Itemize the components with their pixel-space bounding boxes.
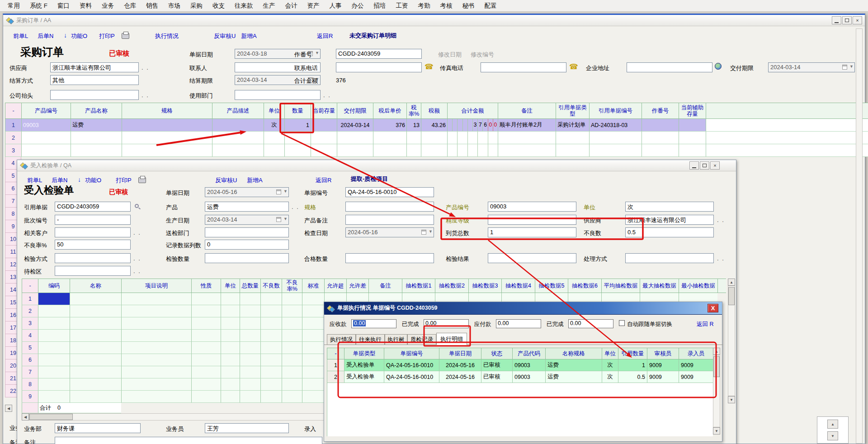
- qa-cell[interactable]: [260, 317, 282, 330]
- menu-item[interactable]: 采购: [185, 2, 208, 10]
- menu-item[interactable]: 资料: [75, 2, 97, 10]
- menu-item[interactable]: 常用: [3, 2, 25, 10]
- exec-cell[interactable]: QA-24-05-16-0010: [384, 371, 439, 383]
- qa-product-note-field[interactable]: [345, 215, 434, 225]
- qa-cell[interactable]: [240, 354, 260, 366]
- qa-cell[interactable]: [221, 317, 240, 330]
- qa-cell[interactable]: [302, 330, 324, 342]
- qa-cell[interactable]: [38, 366, 70, 378]
- qa-cell[interactable]: 9: [22, 391, 38, 403]
- qa-unapprove-button[interactable]: 反审核U: [215, 176, 237, 184]
- search-icon[interactable]: [135, 204, 139, 208]
- qa-cell[interactable]: [70, 354, 121, 366]
- qa-cell[interactable]: [240, 366, 260, 378]
- chevron-down-icon[interactable]: ▼: [283, 217, 288, 221]
- close-icon[interactable]: ×: [853, 16, 862, 24]
- po-cell[interactable]: [337, 132, 373, 144]
- qa-cell[interactable]: [240, 378, 260, 391]
- exec-vertical-scrollbar[interactable]: [713, 355, 720, 427]
- exec-cell[interactable]: 9009: [679, 359, 713, 371]
- qa-footer-person-field[interactable]: 王芳: [205, 423, 289, 433]
- po-cell[interactable]: [679, 132, 706, 144]
- menu-item[interactable]: 会计: [280, 2, 302, 10]
- qa-cell[interactable]: [302, 342, 324, 354]
- qa-supplier-field[interactable]: 浙江顺丰速运有限公司: [625, 215, 714, 225]
- po-cell[interactable]: [589, 144, 642, 157]
- menu-item[interactable]: 生产: [258, 2, 280, 10]
- qa-cell[interactable]: [70, 293, 121, 305]
- qa-titlebar[interactable]: 受入检验单 / QA ×: [17, 160, 736, 171]
- po-address-field[interactable]: [627, 62, 712, 72]
- po-cell[interactable]: 09003: [21, 119, 71, 132]
- po-deliver-field[interactable]: 2024-03-14▼: [768, 62, 855, 72]
- po-cell[interactable]: [642, 144, 679, 157]
- qa-cell[interactable]: [240, 330, 260, 342]
- tab-exec-tree[interactable]: 执行树: [385, 334, 407, 345]
- qa-cell[interactable]: [191, 342, 221, 354]
- exec-cell[interactable]: 2024-05-16: [439, 359, 481, 371]
- restore-icon[interactable]: [700, 161, 709, 170]
- qa-cell[interactable]: [38, 305, 70, 317]
- qa-cell[interactable]: [260, 330, 282, 342]
- po-cell[interactable]: [311, 132, 337, 144]
- menu-item[interactable]: 考核: [435, 2, 458, 10]
- chevron-down-icon[interactable]: ▼: [315, 51, 319, 55]
- qa-cell[interactable]: [38, 317, 70, 330]
- exec-cell[interactable]: 0.5: [618, 371, 647, 383]
- qa-cell[interactable]: [282, 305, 302, 317]
- po-function-button[interactable]: 功能O: [71, 32, 87, 40]
- close-icon[interactable]: ×: [710, 161, 720, 170]
- po-cell[interactable]: AD-240318-03: [589, 119, 642, 132]
- po-cell[interactable]: [642, 119, 679, 132]
- exec-titlebar[interactable]: 单据执行情况 单据编号 CGDD-2403059: [324, 302, 722, 315]
- qa-cell[interactable]: [302, 317, 324, 330]
- po-fax-field[interactable]: [481, 62, 566, 72]
- qa-cell[interactable]: [240, 317, 260, 330]
- po-cell[interactable]: [679, 144, 706, 157]
- close-icon[interactable]: X: [708, 304, 718, 312]
- qa-cell[interactable]: [282, 342, 302, 354]
- po-print-button[interactable]: 打印P: [99, 32, 115, 40]
- minimize-icon[interactable]: [689, 161, 699, 170]
- dept-lookup-button[interactable]: . .: [323, 92, 331, 99]
- supplier-lookup-button[interactable]: . .: [717, 217, 725, 223]
- qa-cell[interactable]: [191, 330, 221, 342]
- po-cell[interactable]: 3: [5, 144, 21, 157]
- qa-cell[interactable]: [302, 293, 324, 305]
- qa-cell[interactable]: [240, 305, 260, 317]
- qa-cell[interactable]: [191, 378, 221, 391]
- po-cell[interactable]: [589, 132, 642, 144]
- exec-cell[interactable]: QA-24-05-16-0010: [384, 359, 439, 371]
- qa-cell[interactable]: [302, 391, 324, 403]
- menu-item[interactable]: 业务: [97, 2, 119, 10]
- qa-send-dept-field[interactable]: [205, 227, 289, 237]
- customer-lookup-button[interactable]: . .: [133, 229, 141, 236]
- qa-cell[interactable]: [260, 342, 282, 354]
- qa-no-field[interactable]: QA-24-05-16-0010: [345, 187, 434, 197]
- qa-function-button[interactable]: 功能O: [85, 176, 101, 184]
- qa-footer-dept-field[interactable]: 财务课: [55, 423, 141, 433]
- menu-item[interactable]: 配置: [480, 2, 502, 10]
- po-cell[interactable]: [21, 132, 71, 144]
- po-cell[interactable]: [337, 144, 373, 157]
- menu-item[interactable]: 系统 F: [25, 2, 52, 10]
- exec-cell[interactable]: 已审核: [481, 359, 512, 371]
- menu-item[interactable]: 办公: [347, 2, 369, 10]
- po-cell[interactable]: [212, 132, 264, 144]
- qa-cell[interactable]: [282, 391, 302, 403]
- qa-cell[interactable]: [260, 293, 282, 305]
- tab-transactions[interactable]: 往来执行: [356, 334, 385, 345]
- qa-cell[interactable]: 1: [22, 293, 38, 305]
- po-cell[interactable]: [212, 144, 264, 157]
- po-cell[interactable]: [406, 132, 421, 144]
- po-cell[interactable]: [122, 119, 212, 132]
- po-dept-field[interactable]: [235, 90, 321, 100]
- exec-back-button[interactable]: 返回 R: [697, 321, 714, 328]
- po-cell[interactable]: [122, 144, 212, 157]
- qa-cell[interactable]: [240, 293, 260, 305]
- qa-cell[interactable]: 2: [22, 305, 38, 317]
- exec-cell[interactable]: 2024-05-16: [439, 371, 481, 383]
- qa-cell[interactable]: [221, 378, 240, 391]
- exec-cell[interactable]: 9009: [647, 359, 679, 371]
- exec-cell[interactable]: 1: [327, 359, 344, 371]
